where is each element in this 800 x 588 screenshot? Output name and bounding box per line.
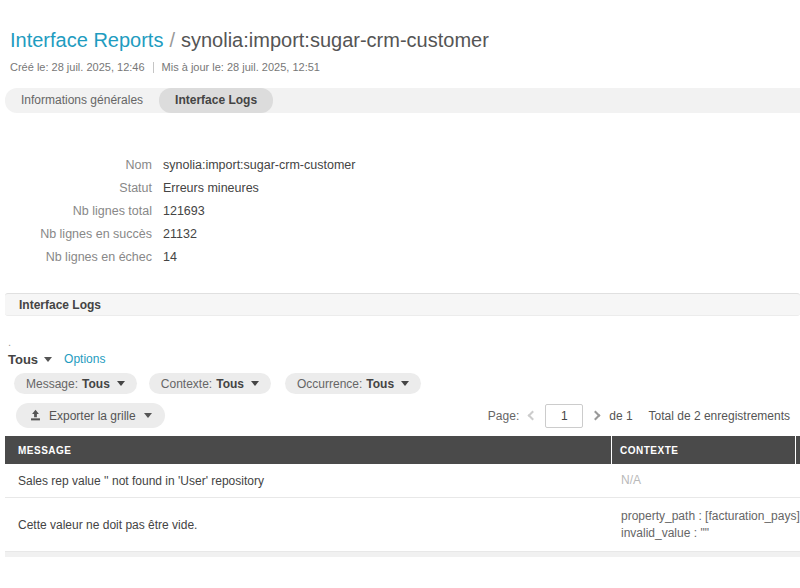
- context-line: property_path : [facturation_pays]: [621, 508, 800, 525]
- chevron-down-icon: [401, 381, 409, 386]
- cell-contexte: N/A: [613, 464, 800, 497]
- stray-dot: .: [8, 338, 800, 346]
- previous-page-icon[interactable]: [528, 411, 538, 421]
- field-value: synolia:import:sugar-crm-customer: [163, 154, 355, 177]
- filter-name: Contexte:: [161, 377, 212, 391]
- grid-filters: Message: Tous Contexte: Tous Occurrence:…: [14, 373, 800, 394]
- grid-header-row: MESSAGE CONTEXTE: [5, 436, 800, 464]
- field-nb-lignes-echec: Nb lignes en échec 14: [0, 246, 800, 269]
- cell-contexte: property_path : [facturation_pays] inval…: [613, 498, 800, 551]
- chevron-down-icon: [251, 381, 259, 386]
- page-label: Page:: [488, 409, 519, 423]
- field-label: Statut: [0, 177, 152, 200]
- total-records-label: Total de 2 enregistrements: [649, 409, 790, 423]
- chevron-down-icon: [117, 381, 125, 386]
- pagination: Page: de 1 Total de 2 enregistrements: [488, 404, 790, 428]
- field-nb-lignes-total: Nb lignes total 121693: [0, 200, 800, 223]
- page-number-input[interactable]: [545, 404, 583, 428]
- field-label: Nom: [0, 154, 152, 177]
- grid-bottom-border: [5, 552, 800, 557]
- page-count-label: de 1: [609, 409, 632, 423]
- logs-grid: MESSAGE CONTEXTE Sales rep value '' not …: [5, 436, 800, 557]
- field-label: Nb lignes en succès: [0, 223, 152, 246]
- filter-occurrence[interactable]: Occurrence: Tous: [285, 373, 421, 394]
- field-label: Nb lignes en échec: [0, 246, 152, 269]
- field-value: 121693: [163, 200, 205, 223]
- field-value: 14: [163, 246, 177, 269]
- record-meta: Créé le: 28 juil. 2025, 12:46 Mis à jour…: [10, 61, 800, 73]
- tab-informations-generales[interactable]: Informations générales: [5, 88, 159, 113]
- context-line: N/A: [621, 472, 800, 489]
- field-value: Erreurs mineures: [163, 177, 259, 200]
- breadcrumb-parent-link[interactable]: Interface Reports: [10, 29, 163, 51]
- meta-divider: [153, 62, 154, 73]
- field-nb-lignes-succes: Nb lignes en succès 21132: [0, 223, 800, 246]
- grid-toolbar: Exporter la grille Page: de 1 Total de 2…: [16, 403, 790, 428]
- filter-name: Occurrence:: [297, 377, 362, 391]
- filter-value: Tous: [216, 377, 244, 391]
- updated-at-label: Mis à jour le: 28 juil. 2025, 12:51: [162, 61, 320, 73]
- field-statut: Statut Erreurs mineures: [0, 177, 800, 200]
- page-title: synolia:import:sugar-crm-customer: [181, 29, 489, 51]
- view-selector-dropdown[interactable]: Tous: [8, 352, 52, 367]
- cell-message: Cette valeur ne doit pas être vide.: [5, 498, 613, 551]
- export-button-label: Exporter la grille: [49, 409, 136, 423]
- table-row[interactable]: Cette valeur ne doit pas être vide. prop…: [5, 498, 800, 552]
- report-details: Nom synolia:import:sugar-crm-customer St…: [0, 154, 800, 269]
- section-title: Interface Logs: [5, 298, 101, 312]
- grid-view-row: Tous Options: [8, 350, 800, 368]
- created-at-label: Créé le: 28 juil. 2025, 12:46: [10, 61, 145, 73]
- filter-value: Tous: [82, 377, 110, 391]
- column-header-overflow: [796, 436, 800, 464]
- tab-interface-logs[interactable]: Interface Logs: [159, 88, 273, 113]
- field-value: 21132: [163, 223, 197, 246]
- export-grid-button[interactable]: Exporter la grille: [16, 403, 165, 428]
- breadcrumb-separator: /: [169, 29, 175, 51]
- next-page-icon[interactable]: [591, 411, 601, 421]
- context-line: invalid_value : "": [621, 525, 800, 542]
- filter-value: Tous: [366, 377, 394, 391]
- filter-contexte[interactable]: Contexte: Tous: [149, 373, 271, 394]
- options-link[interactable]: Options: [64, 352, 105, 366]
- filter-name: Message:: [26, 377, 78, 391]
- export-icon: [29, 409, 42, 422]
- table-row[interactable]: Sales rep value '' not found in 'User' r…: [5, 464, 800, 498]
- breadcrumb: Interface Reports/synolia:import:sugar-c…: [10, 28, 800, 52]
- section-header-interface-logs: Interface Logs: [5, 293, 800, 316]
- cell-message: Sales rep value '' not found in 'User' r…: [5, 464, 613, 497]
- field-label: Nb lignes total: [0, 200, 152, 223]
- column-header-message[interactable]: MESSAGE: [5, 436, 612, 464]
- interface-report-page: Interface Reports/synolia:import:sugar-c…: [0, 0, 800, 588]
- tab-bar: Informations générales Interface Logs: [5, 88, 800, 113]
- filter-message[interactable]: Message: Tous: [14, 373, 137, 394]
- view-selector-label: Tous: [8, 352, 38, 367]
- column-header-contexte[interactable]: CONTEXTE: [612, 436, 796, 464]
- field-nom: Nom synolia:import:sugar-crm-customer: [0, 154, 800, 177]
- chevron-down-icon: [44, 357, 52, 362]
- chevron-down-icon: [144, 413, 152, 418]
